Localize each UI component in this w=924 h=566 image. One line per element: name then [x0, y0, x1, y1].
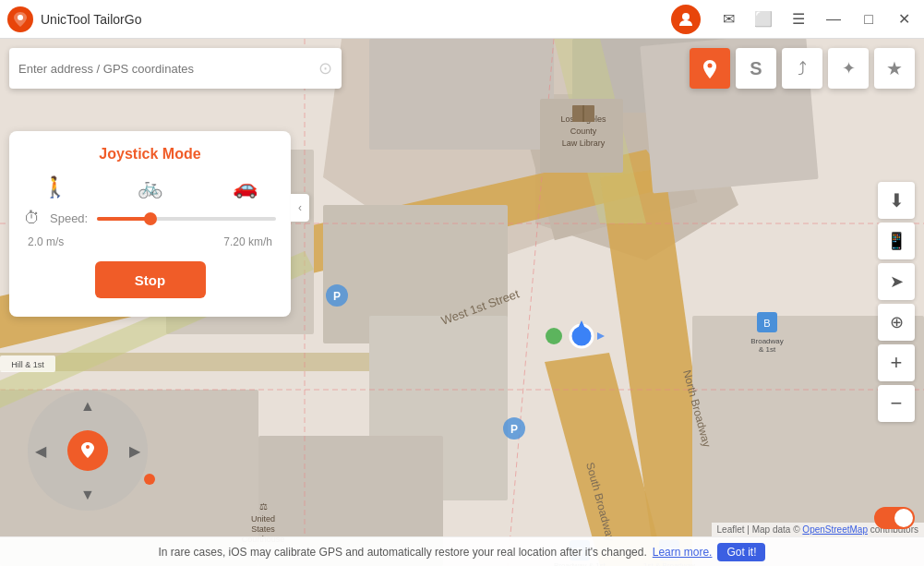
joystick-down-arrow[interactable]: ▼	[80, 487, 95, 503]
svg-point-63	[86, 445, 90, 449]
close-btn[interactable]: ✕	[887, 0, 920, 39]
speed-slider-wrap	[97, 217, 276, 221]
monitor-btn[interactable]: ⬜	[747, 0, 780, 39]
titlebar: UnicTool TailorGo ✉ ⬜ ☰ — □ ✕	[0, 0, 924, 39]
svg-text:& 1st: & 1st	[759, 345, 776, 354]
got-it-button[interactable]: Got it!	[717, 543, 765, 561]
speed-slider[interactable]	[97, 217, 276, 221]
menu-btn[interactable]: ☰	[782, 0, 815, 39]
download-button[interactable]: ⬇	[878, 182, 915, 219]
svg-point-2	[682, 13, 690, 20]
map[interactable]: West 1st Street North Broadway South Bro…	[0, 39, 924, 566]
joystick-panel: Joystick Mode 🚶 🚲 🚗 ⏱ Speed: 2.0 m/s 7.2…	[9, 131, 291, 317]
speedometer-icon: ⏱	[24, 209, 41, 228]
joystick-control[interactable]: ▲ ▼ ◀ ▶	[28, 391, 148, 511]
crosshair-button[interactable]: ⊕	[878, 304, 915, 341]
profile-icon[interactable]	[671, 5, 701, 34]
app-logo	[7, 6, 33, 32]
speed-row: ⏱ Speed:	[24, 209, 276, 228]
route-s-button[interactable]: S	[736, 48, 776, 89]
svg-text:States: States	[251, 524, 275, 534]
map-controls: ⬇ 📱 ➤ ⊕ + −	[878, 182, 915, 424]
zoom-in-button[interactable]: +	[878, 344, 915, 381]
svg-text:P: P	[510, 423, 518, 436]
svg-text:County: County	[570, 126, 597, 136]
stop-button[interactable]: Stop	[95, 261, 206, 298]
speed-kmh-value: 7.20 km/h	[223, 235, 272, 248]
svg-text:⚖: ⚖	[259, 501, 268, 512]
notification-bar: In rare cases, iOS may calibrate GPS and…	[0, 536, 924, 566]
svg-point-61	[708, 64, 713, 68]
svg-text:Broadway: Broadway	[750, 337, 784, 345]
search-bar[interactable]: ⊙	[9, 48, 342, 89]
panel-title: Joystick Mode	[24, 146, 276, 163]
svg-text:P: P	[333, 290, 341, 303]
speed-label: Speed:	[50, 211, 88, 225]
search-input[interactable]	[18, 62, 318, 76]
app-title: UnicTool TailorGo	[41, 12, 671, 27]
right-toolbar: S ⤴ ✦ ★	[690, 48, 915, 89]
route-curve-button[interactable]: ⤴	[782, 48, 822, 89]
mail-btn[interactable]: ✉	[712, 0, 745, 39]
joystick-indicator-dot	[144, 474, 155, 485]
panel-collapse-button[interactable]: ‹	[291, 194, 309, 222]
maximize-btn[interactable]: □	[852, 0, 885, 39]
speed-slider-fill	[97, 217, 150, 221]
speed-values: 2.0 m/s 7.20 km/h	[24, 235, 276, 248]
joystick-background: ▲ ▼ ◀ ▶	[28, 391, 148, 511]
navigate-button[interactable]: ➤	[878, 263, 915, 300]
transport-mode-selector: 🚶 🚲 🚗	[24, 175, 276, 199]
learn-more-link[interactable]: Learn more.	[653, 546, 713, 559]
car-icon[interactable]: 🚗	[233, 175, 258, 199]
svg-point-55	[546, 328, 562, 344]
location-search-icon: ⊙	[318, 58, 332, 78]
svg-text:United: United	[251, 514, 275, 524]
speed-slider-thumb[interactable]	[144, 212, 157, 225]
svg-text:Law Library: Law Library	[562, 138, 606, 148]
phone-button[interactable]: 📱	[878, 223, 915, 259]
svg-point-1	[18, 15, 23, 19]
speed-ms-value: 2.0 m/s	[28, 235, 64, 248]
walk-icon[interactable]: 🚶	[42, 175, 67, 199]
pin-mode-button[interactable]	[690, 48, 730, 89]
joystick-right-arrow[interactable]: ▶	[129, 442, 140, 460]
joystick-left-arrow[interactable]: ◀	[35, 442, 46, 460]
svg-text:Hill & 1st: Hill & 1st	[11, 360, 44, 369]
zoom-out-button[interactable]: −	[878, 385, 915, 422]
favorite-button[interactable]: ★	[874, 48, 915, 89]
openstreetmap-link[interactable]: OpenStreetMap	[802, 524, 868, 535]
bike-icon[interactable]: 🚲	[138, 175, 162, 199]
gps-toggle[interactable]	[874, 507, 915, 529]
joystick-up-arrow[interactable]: ▲	[80, 398, 95, 415]
minimize-btn[interactable]: —	[817, 0, 850, 39]
svg-text:B: B	[763, 318, 770, 329]
joystick-center[interactable]	[67, 430, 108, 471]
notification-text: In rare cases, iOS may calibrate GPS and…	[159, 546, 647, 559]
compass-button[interactable]: ✦	[828, 48, 869, 89]
window-controls: ✉ ⬜ ☰ — □ ✕	[712, 0, 920, 39]
toggle-thumb	[894, 509, 913, 527]
